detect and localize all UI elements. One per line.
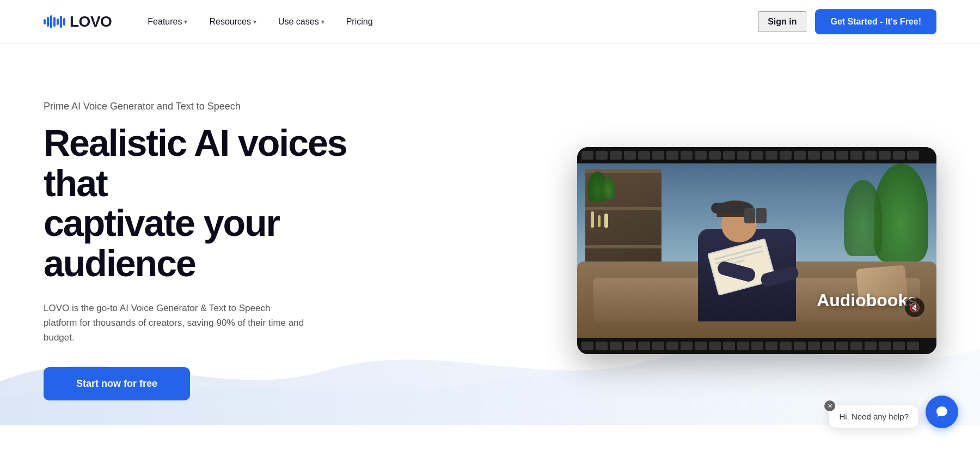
- sign-in-button[interactable]: Sign in: [758, 11, 806, 32]
- filmstrip-hole: [794, 151, 806, 160]
- logo-bar-6: [60, 16, 62, 28]
- nav-features-label: Features: [148, 17, 182, 27]
- filmstrip-hole: [822, 151, 834, 160]
- video-label: Audiobooks: [817, 290, 917, 311]
- mute-icon: 🔇: [909, 302, 920, 313]
- filmstrip-hole: [865, 151, 877, 160]
- filmstrip-hole: [865, 342, 877, 350]
- nav-resources[interactable]: Resources ▾: [200, 13, 265, 31]
- use-cases-chevron-icon: ▾: [321, 18, 324, 26]
- filmstrip-hole: [581, 151, 593, 160]
- filmstrip-hole: [907, 151, 919, 160]
- filmstrip-hole: [624, 342, 636, 350]
- filmstrip-hole: [836, 342, 848, 350]
- candle-1: [591, 211, 594, 228]
- nav-right: Sign in Get Started - It's Free!: [758, 9, 936, 34]
- logo-icon: [44, 15, 65, 28]
- filmstrip-hole: [666, 151, 678, 160]
- video-inner: Audiobooks 🔇: [577, 163, 936, 338]
- chat-bubble: Hi. Need any help?: [829, 405, 919, 428]
- headphone-right: [756, 208, 767, 223]
- nav-links: Features ▾ Resources ▾ Use cases ▾ Prici…: [139, 13, 758, 31]
- logo-bar-4: [53, 17, 56, 27]
- filmstrip-hole: [638, 342, 650, 350]
- chat-open-button[interactable]: [926, 396, 958, 428]
- filmstrip-hole: [836, 151, 848, 160]
- hero-title-line3: audience: [44, 242, 195, 284]
- hero-title: Realistic AI voices that captivate your …: [44, 123, 359, 283]
- plant-2: [602, 177, 615, 199]
- filmstrip-hole: [723, 151, 735, 160]
- filmstrip-hole: [737, 151, 749, 160]
- chat-widget: ✕ Hi. Need any help?: [829, 396, 958, 428]
- logo-bar-7: [63, 18, 65, 26]
- filmstrip-hole: [751, 151, 763, 160]
- filmstrip-hole: [808, 151, 820, 160]
- chat-icon: [934, 404, 950, 419]
- filmstrip-hole: [681, 151, 693, 160]
- filmstrip-bottom: [577, 338, 936, 354]
- filmstrip-hole: [808, 342, 820, 350]
- filmstrip-hole: [666, 342, 678, 350]
- filmstrip-hole: [850, 151, 862, 160]
- filmstrip-hole: [765, 151, 777, 160]
- plant-right-large: [874, 163, 928, 262]
- filmstrip-hole: [638, 151, 650, 160]
- filmstrip-hole: [709, 342, 721, 350]
- nav-pricing-label: Pricing: [346, 17, 373, 26]
- filmstrip-hole: [765, 342, 777, 350]
- logo-text: LOVO: [70, 13, 112, 31]
- logo-bar-3: [50, 15, 52, 28]
- resources-chevron-icon: ▾: [253, 18, 256, 26]
- hero-description: LOVO is the go-to AI Voice Generator & T…: [44, 301, 305, 345]
- filmstrip-hole: [794, 342, 806, 350]
- logo-link[interactable]: LOVO: [44, 13, 112, 31]
- filmstrip-hole: [879, 151, 891, 160]
- features-chevron-icon: ▾: [184, 18, 187, 26]
- filmstrip-hole: [893, 342, 905, 350]
- filmstrip-hole: [822, 342, 834, 350]
- filmstrip-hole: [751, 342, 763, 350]
- filmstrip-hole: [850, 342, 862, 350]
- hero-video-area: Audiobooks 🔇: [359, 147, 936, 354]
- plant-right-med: [844, 180, 882, 256]
- start-now-button[interactable]: Start now for free: [44, 367, 190, 400]
- filmstrip-hole: [780, 342, 792, 350]
- headphone-left: [744, 208, 755, 223]
- filmstrip-hole: [652, 342, 664, 350]
- get-started-button[interactable]: Get Started - It's Free!: [815, 9, 936, 34]
- filmstrip-hole: [695, 342, 707, 350]
- filmstrip-hole: [723, 342, 735, 350]
- nav-pricing[interactable]: Pricing: [338, 13, 382, 31]
- logo-bar-1: [44, 19, 46, 25]
- candle-2: [598, 215, 601, 227]
- nav-use-cases[interactable]: Use cases ▾: [270, 13, 333, 31]
- video-container: Audiobooks 🔇: [577, 147, 936, 354]
- shelf-lower: [585, 245, 661, 248]
- filmstrip-hole: [581, 342, 593, 350]
- filmstrip-hole: [610, 342, 622, 350]
- nav-features[interactable]: Features ▾: [139, 13, 196, 31]
- candle-3: [604, 214, 608, 228]
- filmstrip-hole: [907, 342, 919, 350]
- chat-message: Hi. Need any help?: [839, 412, 909, 421]
- filmstrip-hole: [695, 151, 707, 160]
- filmstrip-hole: [893, 151, 905, 160]
- filmstrip-hole: [596, 342, 608, 350]
- mute-button[interactable]: 🔇: [905, 297, 924, 317]
- chat-bubble-wrapper: ✕ Hi. Need any help?: [829, 405, 919, 428]
- filmstrip-hole: [610, 151, 622, 160]
- nav-resources-label: Resources: [209, 17, 250, 27]
- filmstrip-hole: [737, 342, 749, 350]
- logo-bar-5: [57, 19, 59, 25]
- logo-bar-2: [47, 17, 49, 27]
- filmstrip-hole: [624, 151, 636, 160]
- filmstrip-hole: [652, 151, 664, 160]
- shelf-mid: [585, 207, 661, 210]
- filmstrip-hole: [596, 151, 608, 160]
- hero-section: Prime AI Voice Generator and Text to Spe…: [0, 44, 980, 425]
- close-icon: ✕: [828, 403, 832, 410]
- hero-content: Prime AI Voice Generator and Text to Spe…: [44, 101, 359, 400]
- nav-use-cases-label: Use cases: [278, 17, 319, 27]
- filmstrip-hole: [879, 342, 891, 350]
